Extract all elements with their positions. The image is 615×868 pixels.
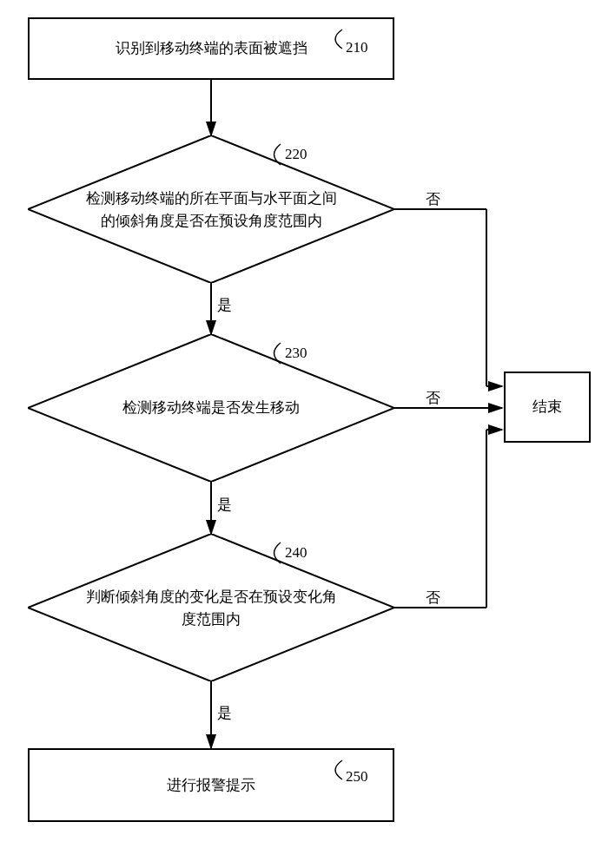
decision-230-text: 检测移动终端是否发生移动 (28, 397, 394, 419)
decision-220-text: 检测移动终端的所在平面与水平面之间的倾斜角度是否在预设角度范围内 (28, 187, 394, 232)
process-250-text: 进行报警提示 (167, 774, 255, 797)
edge-230-240-yes: 是 (217, 495, 232, 515)
decision-220: 检测移动终端的所在平面与水平面之间的倾斜角度是否在预设角度范围内 (28, 135, 394, 283)
edge-230-end-no: 否 (426, 388, 440, 408)
terminator-end-text: 结束 (532, 396, 562, 418)
decision-240: 判断倾斜角度的变化是否在预设变化角度范围内 (28, 534, 394, 681)
label-240: 240 (285, 544, 308, 562)
edge-240-end-no: 否 (426, 588, 440, 608)
terminator-end: 结束 (504, 372, 591, 443)
label-230: 230 (285, 345, 308, 362)
process-250: 进行报警提示 (28, 748, 394, 822)
label-250: 250 (346, 768, 368, 786)
process-210: 识别到移动终端的表面被遮挡 (28, 17, 394, 80)
decision-230: 检测移动终端是否发生移动 (28, 334, 394, 482)
label-220: 220 (285, 146, 308, 163)
edge-240-250-yes: 是 (217, 703, 232, 723)
process-210-text: 识别到移动终端的表面被遮挡 (116, 37, 308, 60)
edge-220-end-no: 否 (426, 189, 440, 209)
label-210: 210 (346, 39, 368, 56)
edge-220-230-yes: 是 (217, 295, 232, 315)
decision-240-text: 判断倾斜角度的变化是否在预设变化角度范围内 (28, 586, 394, 630)
